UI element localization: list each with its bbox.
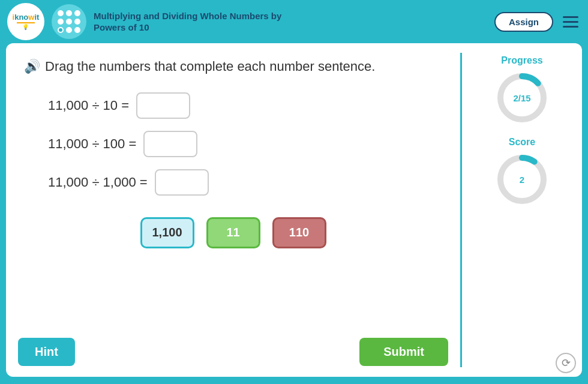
progress-donut: 2/15 [495, 71, 549, 125]
nav-arrow[interactable]: ⟳ [556, 353, 576, 373]
score-label: Score [509, 137, 535, 148]
score-value: 2 [520, 175, 524, 185]
progress-value: 2/15 [513, 93, 530, 103]
header-actions: Assign [494, 12, 581, 32]
answer-box-2[interactable] [143, 131, 197, 157]
activity-icon [52, 4, 86, 39]
progress-label: Progress [501, 55, 542, 66]
speaker-icon[interactable]: 🔊 [24, 59, 40, 74]
tile-11[interactable]: 11 [206, 217, 260, 248]
header: iknowit 💡 Multiplying and Dividing Whole… [0, 0, 588, 43]
activity-title: Multiplying and Dividing Whole Numbers b… [94, 10, 487, 34]
question-header: 🔊 Drag the numbers that complete each nu… [24, 58, 442, 76]
menu-button[interactable] [560, 14, 581, 30]
logo: iknowit 💡 [7, 3, 44, 40]
tile-1100[interactable]: 1,100 [140, 217, 194, 248]
equation-expression-1: 11,000 ÷ 10 = [48, 98, 129, 113]
right-panel: Progress 2/15 Score 2 [462, 43, 582, 377]
submit-button[interactable]: Submit [359, 338, 448, 366]
answer-box-3[interactable] [155, 169, 209, 196]
equation-row-3: 11,000 ÷ 1,000 = [48, 169, 442, 196]
tiles-area: 1,100 11 110 [24, 217, 442, 248]
equation-expression-2: 11,000 ÷ 100 = [48, 136, 136, 152]
equation-expression-3: 11,000 ÷ 1,000 = [48, 175, 148, 190]
equation-row-2: 11,000 ÷ 100 = [48, 131, 442, 157]
progress-section: Progress 2/15 [495, 55, 549, 125]
logo-text: iknowit [13, 13, 40, 21]
equation-row-1: 11,000 ÷ 10 = [48, 92, 442, 119]
score-donut: 2 [495, 152, 549, 206]
equations-area: 11,000 ÷ 10 = 11,000 ÷ 100 = 11,000 ÷ 1,… [24, 92, 442, 196]
tile-110[interactable]: 110 [272, 217, 326, 248]
bottom-bar: Hint Submit [18, 338, 448, 366]
left-panel: 🔊 Drag the numbers that complete each nu… [6, 43, 460, 377]
score-section: Score 2 [495, 137, 549, 206]
question-text: Drag the numbers that complete each numb… [45, 58, 375, 76]
hint-button[interactable]: Hint [18, 338, 75, 366]
answer-box-1[interactable] [136, 92, 190, 119]
assign-button[interactable]: Assign [494, 12, 553, 32]
main-area: 🔊 Drag the numbers that complete each nu… [6, 43, 582, 377]
